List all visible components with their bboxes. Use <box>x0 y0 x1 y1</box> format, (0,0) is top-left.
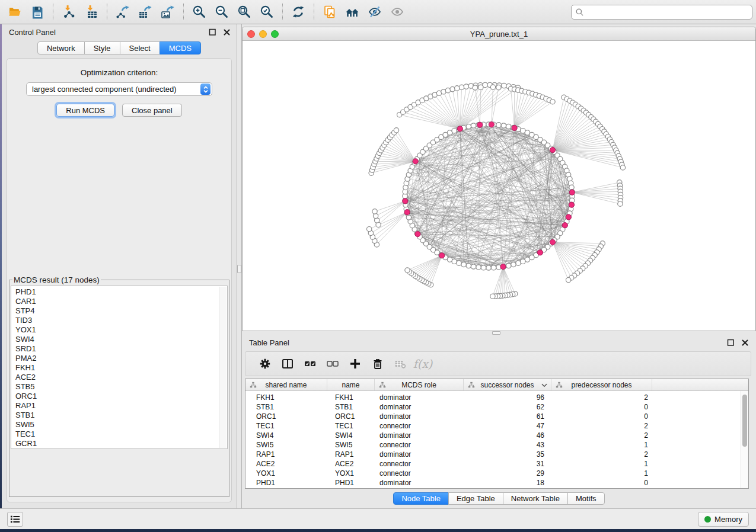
toolbar-separator <box>314 4 314 20</box>
status-bar: Memory <box>0 508 756 529</box>
mcds-result-item[interactable]: ORC1 <box>15 392 219 401</box>
deselect-all-button[interactable] <box>321 354 344 374</box>
cell-mcds-role: dominator <box>375 479 464 488</box>
run-mcds-button[interactable]: Run MCDS <box>56 104 114 117</box>
column-header-name[interactable]: name <box>327 379 375 390</box>
control-panel-tabs: Network Style Select MCDS <box>2 41 237 55</box>
mcds-result-item[interactable]: ACE2 <box>15 373 219 382</box>
horizontal-splitter-handle[interactable] <box>492 331 500 335</box>
table-scrollbar[interactable] <box>741 391 748 488</box>
mcds-result-item[interactable]: PMA2 <box>15 354 219 363</box>
table-row[interactable]: STB1STB1dominator620 <box>245 403 748 412</box>
cell-filler <box>652 393 748 403</box>
table-scrollbar-thumb[interactable] <box>742 395 747 447</box>
mcds-result-item[interactable]: PHD1 <box>15 287 219 297</box>
vertical-splitter[interactable] <box>237 24 242 508</box>
cell-filler <box>652 431 748 441</box>
network-graph[interactable] <box>243 41 755 331</box>
add-row-button[interactable] <box>344 354 366 374</box>
tab-network-table[interactable]: Network Table <box>503 492 568 505</box>
tab-mcds[interactable]: MCDS <box>160 41 201 55</box>
mcds-result-item[interactable]: YOX1 <box>15 325 219 335</box>
close-panel-button[interactable]: Close panel <box>122 104 182 117</box>
hide-selected-button[interactable] <box>363 2 386 22</box>
save-session-button[interactable] <box>26 2 49 22</box>
table-row[interactable]: SWI4SWI4dominator462 <box>245 431 748 441</box>
optimization-criterion-select[interactable]: largest connected component (undirected) <box>26 82 212 96</box>
table-panel-title: Table Panel <box>249 338 289 347</box>
tab-network[interactable]: Network <box>37 41 85 55</box>
mcds-result-item[interactable]: RAP1 <box>15 401 219 411</box>
search-input[interactable] <box>586 8 748 17</box>
tab-style[interactable]: Style <box>84 41 120 55</box>
mcds-result-item[interactable]: FKH1 <box>15 363 219 373</box>
zoom-fit-button[interactable] <box>233 2 256 22</box>
table-row[interactable]: YOX1YOX1connector291 <box>245 469 748 479</box>
cell-successor-nodes: 96 <box>464 393 551 403</box>
export-image-button[interactable] <box>157 2 179 22</box>
table-row[interactable]: ORC1ORC1dominator610 <box>245 412 748 422</box>
table-row[interactable]: TEC1TEC1connector472 <box>245 422 748 431</box>
table-row[interactable]: FKH1FKH1dominator962 <box>245 393 748 403</box>
open-file-button[interactable] <box>4 2 26 22</box>
mcds-result-item[interactable]: STB5 <box>15 382 219 392</box>
column-header-successor-nodes[interactable]: successor nodes <box>464 379 551 390</box>
export-network-button[interactable] <box>111 2 134 22</box>
tab-edge-table[interactable]: Edge Table <box>448 492 503 505</box>
cell-shared-name: TEC1 <box>245 422 327 431</box>
column-header-mcds-role[interactable]: MCDS role <box>375 379 464 390</box>
zoom-out-button[interactable] <box>210 2 233 22</box>
memory-label: Memory <box>714 515 742 524</box>
import-table-button[interactable] <box>80 2 103 22</box>
mcds-result-item[interactable]: TEC1 <box>15 430 219 439</box>
control-panel-title: Control Panel <box>9 28 56 37</box>
table-settings-button[interactable] <box>254 354 276 374</box>
fx-icon: f(x) <box>413 357 433 370</box>
show-columns-button[interactable] <box>276 354 299 374</box>
tab-node-table[interactable]: Node Table <box>393 492 449 505</box>
vertical-splitter-handle[interactable] <box>237 265 241 273</box>
close-panel-icon[interactable] <box>223 28 231 36</box>
zoom-selected-button[interactable] <box>256 2 278 22</box>
first-neighbors-button[interactable] <box>341 2 363 22</box>
mcds-result-item[interactable]: SWI5 <box>15 420 219 430</box>
cell-name: STB1 <box>327 403 375 412</box>
select-all-button[interactable] <box>299 354 321 374</box>
table-row[interactable]: PHD1PHD1dominator180 <box>245 479 748 488</box>
import-network-button[interactable] <box>58 2 80 22</box>
table-row[interactable]: ACE2ACE2connector311 <box>245 460 748 469</box>
mcds-result-item[interactable]: SRD1 <box>15 344 219 354</box>
mcds-result-item[interactable]: TID3 <box>15 316 219 325</box>
float-panel-icon[interactable] <box>209 28 216 36</box>
import-table-icon <box>84 5 98 19</box>
horizontal-splitter[interactable] <box>242 331 756 335</box>
column-header-predecessor-nodes[interactable]: predecessor nodes <box>551 379 652 390</box>
network-canvas[interactable] <box>243 41 755 331</box>
tab-motifs[interactable]: Motifs <box>567 492 605 505</box>
control-panel-header: Control Panel <box>2 24 237 40</box>
zoom-in-button[interactable] <box>188 2 210 22</box>
mcds-result-item[interactable]: STB1 <box>15 411 219 420</box>
refresh-button[interactable] <box>287 2 310 22</box>
new-network-from-selection-button[interactable] <box>318 2 341 22</box>
tab-select[interactable]: Select <box>120 41 160 55</box>
cell-shared-name: ORC1 <box>245 412 327 422</box>
show-panels-button[interactable] <box>7 512 23 527</box>
mcds-result-item[interactable]: STP4 <box>15 306 219 316</box>
cell-filler <box>652 441 748 450</box>
mcds-result-item[interactable]: GCR1 <box>15 439 219 448</box>
node-table-header: shared name name MCDS role successor nod… <box>245 379 748 391</box>
mcds-result-item[interactable]: SWI4 <box>15 335 219 344</box>
float-panel-icon[interactable] <box>727 339 735 347</box>
mcds-result-scrollbar[interactable] <box>219 287 227 448</box>
export-table-button[interactable] <box>134 2 157 22</box>
close-panel-icon[interactable] <box>741 339 749 347</box>
mcds-result-item[interactable]: CAR1 <box>15 297 219 306</box>
table-row[interactable]: SWI5SWI5connector431 <box>245 441 748 450</box>
search-field[interactable] <box>571 5 752 20</box>
delete-row-button[interactable] <box>366 354 389 374</box>
memory-button[interactable]: Memory <box>698 512 749 527</box>
column-header-shared-name[interactable]: shared name <box>245 379 327 390</box>
table-row[interactable]: RAP1RAP1dominator352 <box>245 450 748 460</box>
cell-predecessor-nodes: 0 <box>551 403 652 412</box>
